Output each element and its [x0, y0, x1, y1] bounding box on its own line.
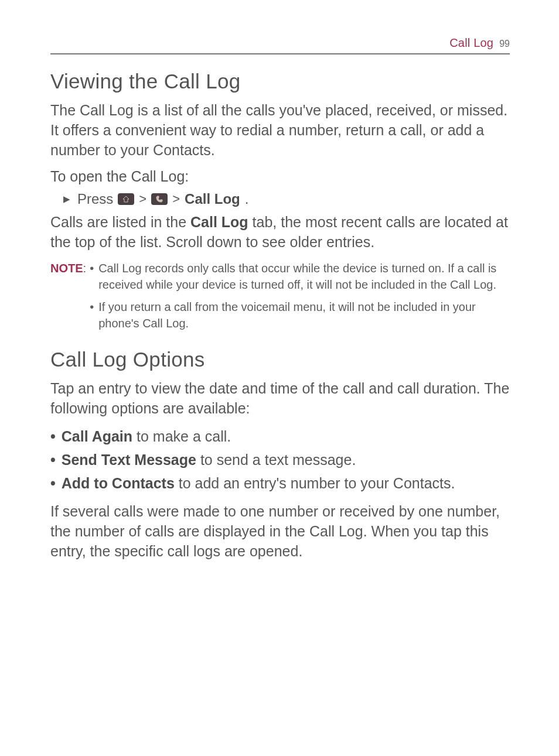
- option-rest: to make a call.: [132, 428, 231, 444]
- note-bullets: • Call Log records only calls that occur…: [90, 260, 510, 337]
- step-period: .: [245, 191, 249, 207]
- options-list: • Call Again to make a call. • Send Text…: [50, 426, 510, 493]
- bullet-icon: •: [50, 450, 56, 470]
- option-text: Call Again to make a call.: [62, 426, 231, 446]
- header-section: Call Log: [449, 36, 493, 50]
- note-label: NOTE: [50, 262, 83, 275]
- option-text: Send Text Message to send a text message…: [62, 450, 356, 470]
- header-page-number: 99: [499, 39, 510, 49]
- listed-b: Call Log: [190, 214, 248, 230]
- bullet-icon: •: [90, 260, 94, 293]
- phone-app-icon: [151, 193, 168, 205]
- triangle-bullet-icon: ▶: [63, 194, 70, 204]
- note-block: NOTE: • Call Log records only calls that…: [50, 260, 510, 337]
- option-text: Add to Contacts to add an entry's number…: [62, 473, 455, 493]
- option-bold: Send Text Message: [62, 451, 196, 468]
- page-header: Call Log 99: [50, 36, 510, 54]
- option-bold: Call Again: [62, 428, 132, 444]
- options-intro: Tap an entry to view the date and time o…: [50, 378, 510, 418]
- step-press: ▶ Press > > Call Log.: [63, 191, 510, 207]
- listed-paragraph: Calls are listed in the Call Log tab, th…: [50, 212, 510, 252]
- note-item: • Call Log records only calls that occur…: [90, 260, 510, 293]
- note-text: If you return a call from the voicemail …: [98, 299, 510, 331]
- intro-paragraph: The Call Log is a list of all the calls …: [50, 100, 510, 160]
- heading-viewing: Viewing the Call Log: [50, 70, 510, 93]
- option-rest: to add an entry's number to your Contact…: [175, 475, 455, 491]
- manual-page: Call Log 99 Viewing the Call Log The Cal…: [0, 0, 559, 756]
- bullet-icon: •: [90, 299, 94, 331]
- heading-options: Call Log Options: [50, 348, 510, 371]
- tail-paragraph: If several calls were made to one number…: [50, 501, 510, 561]
- breadcrumb-gt-1: >: [139, 191, 146, 207]
- note-item: • If you return a call from the voicemai…: [90, 299, 510, 331]
- sub-open-call-log: To open the Call Log:: [50, 168, 510, 185]
- breadcrumb-gt-2: >: [172, 191, 180, 207]
- note-colon: :: [83, 262, 87, 275]
- note-text: Call Log records only calls that occur w…: [98, 260, 510, 293]
- bullet-icon: •: [50, 426, 56, 446]
- note-label-wrap: NOTE:: [50, 260, 86, 337]
- bullet-icon: •: [50, 473, 56, 493]
- option-rest: to send a text message.: [196, 451, 356, 468]
- option-item: • Call Again to make a call.: [50, 426, 510, 446]
- option-item: • Send Text Message to send a text messa…: [50, 450, 510, 470]
- option-item: • Add to Contacts to add an entry's numb…: [50, 473, 510, 493]
- listed-a: Calls are listed in the: [50, 214, 190, 230]
- step-target: Call Log: [185, 191, 240, 207]
- option-bold: Add to Contacts: [62, 475, 175, 491]
- step-press-label: Press: [77, 191, 113, 207]
- home-key-icon: [118, 193, 134, 205]
